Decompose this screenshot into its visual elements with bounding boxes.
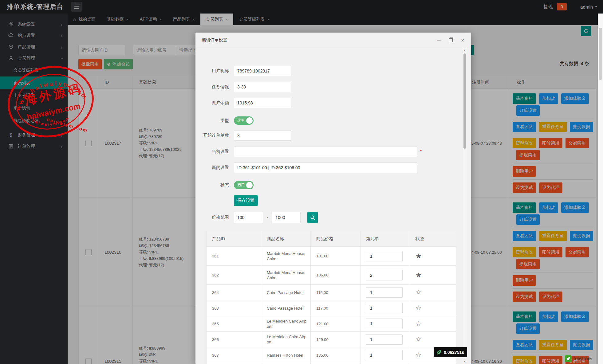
scrollbar-thumb[interactable] — [599, 28, 602, 80]
modal-header: 编辑订单设置 — ✕ — [195, 33, 471, 48]
star-filled-icon[interactable]: ★ — [416, 253, 422, 260]
page-scrollbar[interactable] — [598, 14, 603, 364]
product-name: Le Meridien Cairo Airport — [261, 332, 311, 347]
product-name: Marriott Mena House, Cairo — [261, 266, 311, 284]
product-price: 121.00 — [311, 316, 361, 331]
product-price: 115.00 — [311, 285, 361, 300]
price-search-button[interactable] — [307, 212, 318, 223]
product-row: 367 Ramses Hilton Hotel 135.00 ☆ — [207, 347, 456, 363]
star-empty-icon[interactable]: ☆ — [416, 336, 422, 343]
leaf-icon — [436, 349, 442, 355]
scroll-down-icon[interactable]: ▼ — [463, 360, 467, 363]
product-row: 366 Le Meridien Cairo Airport 129.00 ☆ — [207, 332, 456, 347]
product-id: 361 — [207, 247, 261, 265]
product-row: 364 Cairo Passage Hotel 115.00 ☆ — [207, 285, 456, 300]
product-price: 129.00 — [311, 332, 361, 347]
balance-label: 账户余额 — [195, 100, 229, 106]
scroll-up-icon[interactable]: ▲ — [463, 49, 467, 52]
price-min-field[interactable] — [234, 212, 263, 223]
modal-body: 用户昵称 任务情况 账户余额 类型 连单 开始连单单数 — [195, 48, 471, 364]
status-label: 状态 — [195, 182, 229, 188]
price-range-label: 价格范围 — [195, 215, 229, 220]
start-chain-count-field[interactable] — [234, 130, 291, 141]
product-id: 367 — [207, 347, 261, 363]
edit-order-settings-modal: 编辑订单设置 — ✕ 用户昵称 任务情况 账户余额 类型 — [195, 33, 471, 364]
product-name: Marriott Mena House, Cairo — [261, 247, 311, 265]
toggle-knob — [246, 182, 253, 188]
product-row: 363 Cairo Passage Hotel 117.00 ☆ — [207, 300, 456, 316]
task-status-label: 任务情况 — [195, 84, 229, 90]
product-id: 363 — [207, 300, 261, 316]
product-table-header: 产品ID 商品名称 商品价格 第几单 状态 — [207, 231, 456, 247]
toggle-knob — [246, 117, 253, 124]
minimize-icon[interactable]: — — [437, 38, 442, 43]
product-name: Le Meridien Cairo Airport — [261, 316, 311, 331]
order-number-field[interactable] — [366, 334, 403, 345]
product-price: 117.00 — [311, 300, 361, 316]
modal-scrollbar[interactable]: ▲ ▼ — [463, 48, 467, 364]
order-number-field[interactable] — [366, 303, 403, 313]
product-row: 362 Marriott Mena House, Cairo 106.00 ★ — [207, 266, 456, 285]
product-price: 106.00 — [311, 266, 361, 284]
order-number-field[interactable] — [366, 319, 403, 329]
required-asterisk: * — [420, 149, 422, 155]
modal-title: 编辑订单设置 — [202, 37, 227, 43]
start-chain-count-label: 开始连单单数 — [195, 133, 229, 138]
search-icon — [310, 215, 315, 220]
new-setting-field[interactable] — [234, 162, 417, 173]
product-row: 361 Marriott Mena House, Cairo 101.00 ★ — [207, 247, 456, 266]
star-filled-icon[interactable]: ★ — [416, 272, 422, 279]
product-id: 364 — [207, 285, 261, 300]
status-toggle[interactable]: 启用 — [234, 181, 254, 189]
nickname-field[interactable] — [234, 66, 291, 76]
balance-field[interactable] — [234, 98, 291, 108]
order-number-field[interactable] — [366, 251, 403, 261]
task-status-field[interactable] — [234, 82, 291, 92]
product-price: 135.00 — [311, 347, 361, 363]
product-name: Cairo Passage Hotel — [261, 285, 311, 300]
scrollbar-thumb[interactable] — [463, 53, 466, 149]
star-empty-icon[interactable]: ☆ — [416, 289, 422, 296]
product-name: Ramses Hilton Hotel — [261, 347, 311, 363]
product-price: 101.00 — [311, 247, 361, 265]
star-empty-icon[interactable]: ☆ — [416, 320, 422, 327]
order-number-field[interactable] — [366, 270, 403, 280]
nickname-label: 用户昵称 — [195, 68, 229, 74]
type-toggle[interactable]: 连单 — [234, 116, 254, 125]
product-id: 366 — [207, 332, 261, 347]
price-range-separator: - — [267, 215, 268, 220]
restore-icon[interactable] — [448, 38, 453, 43]
product-row: 365 Le Meridien Cairo Airport 121.00 ☆ — [207, 316, 456, 332]
save-settings-button[interactable]: 保存设置 — [234, 195, 258, 206]
order-number-field[interactable] — [366, 350, 403, 360]
order-number-field[interactable] — [366, 287, 403, 298]
current-setting-label: 当前设置 — [195, 149, 229, 155]
modal-render-timer: 0.062751s — [434, 347, 467, 357]
type-label: 类型 — [195, 118, 229, 123]
star-empty-icon[interactable]: ☆ — [416, 305, 422, 311]
product-id: 365 — [207, 316, 261, 331]
star-empty-icon[interactable]: ☆ — [416, 352, 422, 358]
close-icon[interactable]: ✕ — [460, 38, 465, 43]
price-max-field[interactable] — [272, 212, 301, 223]
product-table: 产品ID 商品名称 商品价格 第几单 状态 361 Marriott Mena … — [206, 231, 456, 364]
page-render-timer: 0.067896s — [565, 355, 592, 362]
product-name: Cairo Passage Hotel — [261, 300, 311, 316]
current-setting-field[interactable] — [234, 147, 417, 157]
product-id: 362 — [207, 266, 261, 284]
new-setting-label: 新的设置 — [195, 165, 229, 170]
leaf-icon — [565, 355, 572, 362]
